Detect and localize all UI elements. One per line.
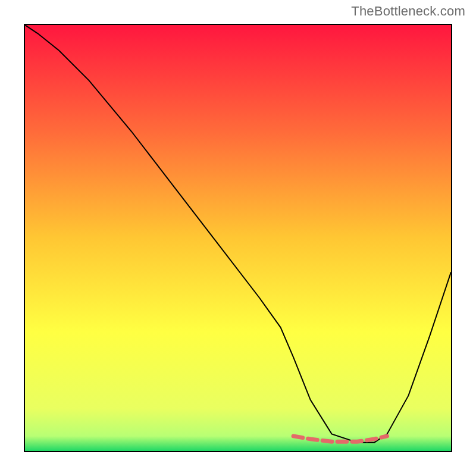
watermark-text: TheBottleneck.com: [351, 4, 465, 19]
bottleneck-curve-line: [25, 25, 451, 443]
chart-plot-area: [24, 24, 452, 452]
chart-curve-layer: [25, 25, 451, 451]
